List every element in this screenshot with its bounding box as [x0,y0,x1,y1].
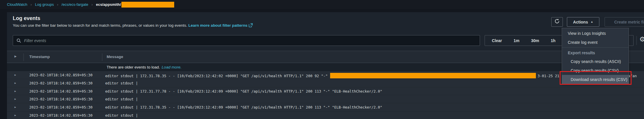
time-range-option-1m[interactable]: 1m [514,38,519,43]
row-expand-chevron-icon[interactable]: ▶ [14,73,16,76]
row-message: editor stdout | 172.31.78.35 - - [10/Feb… [105,73,637,78]
expand-all-chevron-icon[interactable]: ▶ [14,55,17,58]
breadcrumb-separator-icon: › [30,2,32,7]
column-header-timestamp[interactable]: Timestamp [29,55,50,59]
load-more-link[interactable]: Load more. [162,65,181,69]
table-header: ▶ Timestamp Message [7,51,644,63]
actions-button[interactable]: Actions ▲ [567,17,599,27]
row-expand-chevron-icon[interactable]: ▶ [14,114,16,117]
time-range-option-30m[interactable]: 30m [531,38,539,43]
log-events-panel: Log events You can use the filter bar be… [7,12,644,119]
toolbar-divider [636,36,637,45]
row-timestamp: 2023-02-10T18:14:02.859+05:30 [29,97,92,101]
row-message: editor stdout | [105,81,138,85]
time-range-option-1h[interactable]: 1h [551,38,555,43]
column-header-message[interactable]: Message [107,55,123,59]
table-row[interactable]: ▶2023-02-10T18:14:02.859+05:30editor std… [7,111,644,119]
panel-description: You can use the filter bar below to sear… [13,23,253,28]
gear-icon[interactable]: ⚙ [639,35,644,43]
menu-item-create-log-event[interactable]: Create log event [562,38,629,47]
actions-menu: View in Logs InsightsCreate log event Ex… [562,28,629,84]
menu-item-view-in-logs-insights[interactable]: View in Logs Insights [562,29,629,38]
menu-item-download-search-results-csv-[interactable]: Download search results (CSV) [562,75,629,84]
create-metric-filter-button[interactable]: Create metric filter [605,17,644,27]
row-timestamp: 2023-02-10T18:14:02.859+05:30 [29,105,92,109]
table-row[interactable]: ▶2023-02-10T18:14:02.859+05:30editor std… [7,95,644,103]
table-row[interactable]: ▶2023-02-10T18:14:02.859+05:30editor std… [7,103,644,111]
row-expand-chevron-icon[interactable]: ▶ [14,98,16,100]
breadcrumb-item-log-groups[interactable]: Log groups [35,2,54,7]
row-expand-chevron-icon[interactable]: ▶ [14,82,16,84]
menu-item-copy-search-results-ascii-[interactable]: Copy search results (ASCII) [562,57,629,66]
redaction-bar [121,2,174,8]
column-divider [23,53,24,61]
row-timestamp: 2023-02-10T18:14:02.859+05:30 [29,81,92,85]
breadcrumb-separator-icon: › [92,2,93,7]
table-row[interactable]: ▶2023-02-10T18:14:02.859+05:30editor std… [7,87,644,95]
redaction-bar [330,73,536,78]
log-rows: ▶2023-02-10T18:14:02.859+05:30editor std… [7,71,644,119]
breadcrumb-item-log-group[interactable]: /ecs/ecs-fargate [61,2,88,7]
caret-up-icon: ▲ [591,20,593,23]
row-expand-chevron-icon[interactable]: ▶ [14,106,16,109]
row-timestamp: 2023-02-10T18:14:02.859+05:30 [29,73,92,77]
breadcrumb-item-cloudwatch[interactable]: CloudWatch [7,2,27,7]
learn-more-link[interactable]: Learn more about filter patterns [188,23,248,28]
row-message: editor stdout | 172.31.77.78 - - [10/Feb… [105,89,382,93]
row-timestamp: 2023-02-10T18:14:02.859+05:30 [29,113,92,118]
actions-menu-section-label: Export results [562,49,629,57]
actions-menu-export-group: Copy search results (ASCII)Copy search r… [562,57,629,84]
row-message: editor stdout | 172.31.78.35 - - [10/Feb… [105,105,382,109]
breadcrumb-separator-icon: › [57,2,58,7]
row-timestamp: 2023-02-10T18:14:02.859+05:30 [29,89,92,93]
load-more-row: There are older events to load. Load mor… [7,63,644,71]
refresh-button[interactable] [551,17,563,27]
page-title: Log events [13,15,40,21]
row-expand-chevron-icon[interactable]: ▶ [14,90,16,93]
table-row[interactable]: ▶2023-02-10T18:14:02.859+05:30editor std… [7,71,644,79]
time-range-option-clear[interactable]: Clear [492,38,502,43]
breadcrumb: CloudWatch › Log groups › /ecs/ecs-farga… [0,0,644,9]
older-events-text: There are older events to load. [107,65,160,69]
filter-events-box [13,35,480,46]
filter-events-input[interactable] [24,38,476,43]
breadcrumb-current: ecs/appsmith/ [96,2,121,7]
table-row[interactable]: ▶2023-02-10T18:14:02.859+05:30editor std… [7,79,644,87]
row-message-after-redaction: 3-01-25 21 [538,74,559,78]
menu-item-copy-search-results-csv-[interactable]: Copy search results (CSV) [562,66,629,75]
column-divider [102,53,102,61]
external-link-icon [249,23,253,28]
search-icon [17,38,21,43]
refresh-icon [554,19,560,25]
row-message: editor stdout | [105,113,138,118]
row-message: editor stdout | [105,97,138,101]
actions-menu-top-group: View in Logs InsightsCreate log event [562,28,629,48]
